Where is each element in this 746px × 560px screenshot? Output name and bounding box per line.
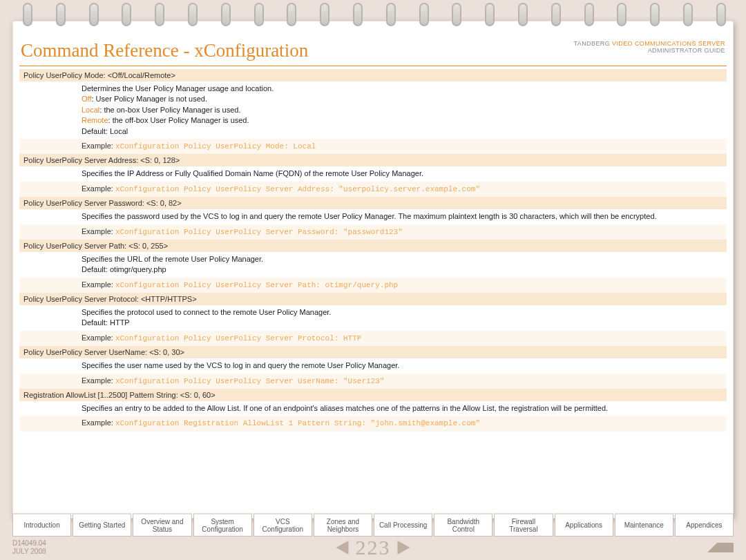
next-page-icon[interactable]	[398, 541, 410, 554]
ring-icon	[713, 3, 727, 30]
command-example-row: Example: xConfiguration Policy UserPolic…	[19, 139, 727, 154]
nav-tab[interactable]: Zones and Neighbors	[314, 513, 372, 537]
nav-tab[interactable]: VCS Configuration	[254, 513, 312, 537]
command-body: Specifies the URL of the remote User Pol…	[19, 252, 727, 278]
command-example: Example: xConfiguration Policy UserPolic…	[19, 182, 727, 197]
example-label: Example:	[82, 418, 115, 427]
command-example: Example: xConfiguration Policy UserPolic…	[19, 331, 727, 346]
footer: D14049.04 JULY 2008 223	[12, 538, 734, 557]
body-text: Specifies the user name used by the VCS …	[82, 361, 399, 369]
command-heading: Policy UserPolicy Server Path: <S: 0, 25…	[19, 240, 727, 252]
command-body: Specifies the IP Address or Fully Qualif…	[19, 166, 727, 181]
command-body: Specifies the password used by the VCS t…	[19, 209, 727, 224]
example-label: Example:	[82, 334, 115, 342]
command-example-row: Example: xConfiguration Policy UserPolic…	[19, 182, 727, 197]
command-heading-row: Policy UserPolicy Server Protocol: <HTTP…	[19, 293, 727, 305]
command-table: Policy UserPolicy Mode: <Off/Local/Remot…	[19, 69, 727, 432]
command-body-row: Specifies the user name used by the VCS …	[19, 358, 727, 373]
ring-icon	[151, 3, 165, 30]
command-body: Determines the User Policy Manager usage…	[19, 81, 727, 139]
keyword: Local	[82, 106, 99, 114]
keyword: Remote	[82, 116, 108, 124]
command-example: Example: xConfiguration Policy UserPolic…	[19, 374, 727, 389]
ring-icon	[515, 3, 528, 30]
command-heading: Policy UserPolicy Server Address: <S: 0,…	[19, 154, 727, 166]
command-example-row: Example: xConfiguration Policy UserPolic…	[19, 278, 727, 293]
command-heading-row: Policy UserPolicy Server UserName: <S: 0…	[19, 346, 727, 358]
body-text: : User Policy Manager is not used.	[91, 95, 207, 103]
example-label: Example:	[82, 184, 115, 193]
body-text: Specifies an entry to be added to the Al…	[82, 404, 608, 412]
body-text: Specifies the URL of the remote User Pol…	[82, 255, 263, 263]
ring-icon	[118, 3, 132, 30]
command-example-row: Example: xConfiguration Policy UserPolic…	[19, 374, 727, 389]
ring-icon	[680, 3, 694, 30]
example-code: xConfiguration Policy UserPolicy Server …	[115, 334, 361, 342]
document-page: Command Reference - xConfiguration TANDB…	[12, 21, 734, 519]
doc-id-block: D14049.04 JULY 2008	[12, 539, 46, 556]
nav-tab[interactable]: Call Processing	[374, 513, 432, 537]
nav-tab[interactable]: System Configuration	[193, 513, 252, 537]
nav-tabs: IntroductionGetting StartedOverview and …	[12, 513, 734, 537]
nav-tab[interactable]: Overview and Status	[133, 513, 191, 537]
body-text: Specifies the protocol used to connect t…	[82, 308, 331, 316]
page-number: 223	[356, 536, 391, 559]
example-label: Example:	[82, 280, 115, 289]
command-example-row: Example: xConfiguration Registration All…	[19, 416, 727, 431]
page-title: Command Reference - xConfiguration	[21, 40, 308, 61]
nav-tab[interactable]: Introduction	[12, 513, 71, 537]
command-example: Example: xConfiguration Policy UserPolic…	[19, 224, 727, 240]
spiral-binding	[12, 3, 734, 33]
body-text: Determines the User Policy Manager usage…	[82, 84, 274, 93]
command-heading: Policy UserPolicy Server UserName: <S: 0…	[19, 346, 727, 358]
example-code: xConfiguration Policy UserPolicy Server …	[115, 281, 398, 289]
example-label: Example:	[82, 142, 115, 150]
brand-prefix: TANDBERG	[574, 40, 612, 47]
command-heading: Registration AllowList [1..2500] Pattern…	[19, 389, 727, 401]
example-code: xConfiguration Policy UserPolicy Mode: L…	[115, 142, 316, 151]
ring-icon	[19, 3, 33, 30]
command-body: Specifies an entry to be added to the Al…	[19, 401, 727, 416]
command-heading: Policy UserPolicy Mode: <Off/Local/Remot…	[19, 69, 727, 81]
nav-tab[interactable]: Bandwidth Control	[434, 513, 492, 537]
command-body-row: Determines the User Policy Manager usage…	[19, 81, 727, 139]
doc-id: D14049.04	[12, 539, 46, 547]
nav-tab[interactable]: Appendices	[675, 513, 734, 537]
brand-block: TANDBERG VIDEO COMMUNICATIONS SERVER ADM…	[574, 40, 725, 54]
command-example-row: Example: xConfiguration Policy UserPolic…	[19, 224, 727, 240]
body-text: Default: HTTP	[82, 318, 130, 327]
example-label: Example:	[82, 376, 115, 385]
command-example-row: Example: xConfiguration Policy UserPolic…	[19, 331, 727, 346]
ring-icon	[350, 3, 363, 30]
ring-icon	[481, 3, 495, 30]
nav-tab[interactable]: Getting Started	[73, 513, 131, 537]
ring-icon	[251, 3, 265, 30]
ring-icon	[416, 3, 430, 30]
command-heading: Policy UserPolicy Server Protocol: <HTTP…	[19, 293, 727, 305]
command-heading-row: Policy UserPolicy Server Password: <S: 0…	[19, 197, 727, 209]
nav-tab[interactable]: Firewall Traversal	[494, 513, 553, 537]
ring-icon	[448, 3, 462, 30]
forward-wedge-icon[interactable]	[692, 543, 734, 552]
command-example: Example: xConfiguration Policy UserPolic…	[19, 139, 727, 154]
body-text: Specifies the IP Address or Fully Qualif…	[82, 169, 423, 177]
ring-icon	[283, 3, 297, 30]
ring-icon	[581, 3, 595, 30]
ring-icon	[316, 3, 330, 30]
body-text: Default: otimgr/query.php	[82, 265, 166, 273]
keyword: Off	[82, 95, 91, 103]
command-heading: Policy UserPolicy Server Password: <S: 0…	[19, 197, 727, 209]
nav-tab[interactable]: Applications	[555, 513, 613, 537]
command-heading-row: Registration AllowList [1..2500] Pattern…	[19, 389, 727, 401]
ring-icon	[184, 3, 198, 30]
example-code: xConfiguration Policy UserPolicy Server …	[115, 228, 403, 236]
command-heading-row: Policy UserPolicy Server Path: <S: 0, 25…	[19, 240, 727, 252]
brand-sub: ADMINISTRATOR GUIDE	[648, 47, 725, 54]
example-label: Example:	[82, 227, 115, 235]
ring-icon	[613, 3, 627, 30]
nav-tab[interactable]: Maintenance	[615, 513, 673, 537]
command-body-row: Specifies the URL of the remote User Pol…	[19, 252, 727, 278]
prev-page-icon[interactable]	[336, 541, 349, 554]
command-body-row: Specifies an entry to be added to the Al…	[19, 401, 727, 416]
command-example: Example: xConfiguration Policy UserPolic…	[19, 278, 727, 293]
